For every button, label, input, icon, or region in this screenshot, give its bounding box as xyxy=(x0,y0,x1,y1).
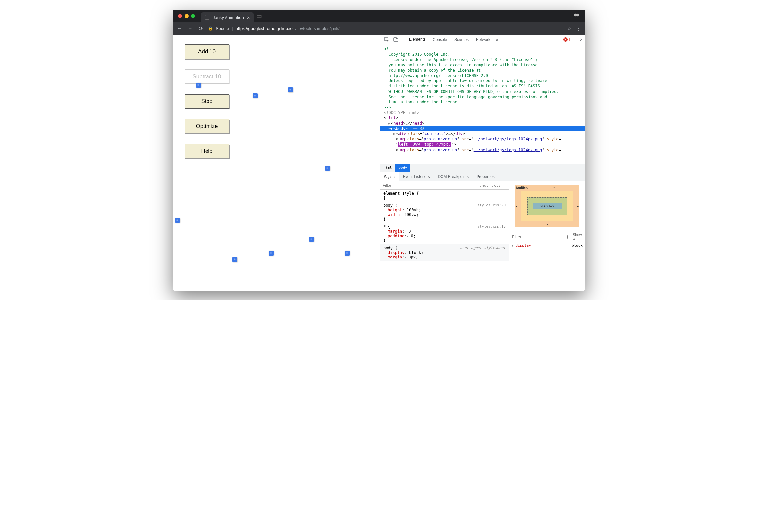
new-tab-icon[interactable]: ▭ xyxy=(256,13,262,19)
dom-comment: <!-- xyxy=(380,47,585,52)
hov-toggle[interactable]: :hov xyxy=(479,183,489,188)
device-toolbar-icon[interactable] xyxy=(392,35,400,44)
tab-close-button[interactable]: × xyxy=(247,15,250,20)
computed-filter-row: Show all xyxy=(509,231,585,242)
bookmark-star-icon[interactable]: ☆ xyxy=(567,25,571,32)
lock-icon: 🔒 xyxy=(208,26,213,31)
mover-icon xyxy=(175,218,180,223)
computed-list[interactable]: ▶ display block xyxy=(509,242,585,249)
subtab-event-listeners[interactable]: Event Listeners xyxy=(399,172,434,181)
mover-icon xyxy=(309,237,314,242)
content-area: Add 10 Subtract 10 Stop Optimize Help xyxy=(173,35,585,290)
styles-filter-input[interactable] xyxy=(383,183,476,188)
devtools-close-icon[interactable]: × xyxy=(580,37,583,42)
body-tag-selected[interactable]: ⋯▼<body> == $0 xyxy=(380,126,585,131)
rule-body[interactable]: styles.css:20 body { height: 100vh; widt… xyxy=(380,202,509,223)
secure-label: Secure xyxy=(216,26,229,31)
subtab-styles[interactable]: Styles xyxy=(380,172,399,181)
inspect-element-icon[interactable] xyxy=(383,35,391,44)
elements-dom-tree[interactable]: <!-- Copyright 2016 Google Inc. Licensed… xyxy=(380,45,585,172)
mover-icon xyxy=(288,87,293,92)
img-element[interactable]: <img class="proto mover up" src="../netw… xyxy=(380,147,585,152)
mover-icon xyxy=(345,250,350,255)
doctype: <!DOCTYPE html> xyxy=(380,110,585,115)
show-all-checkbox[interactable]: Show all xyxy=(567,233,583,241)
minimize-window-button[interactable] xyxy=(185,14,189,18)
rule-ua-body[interactable]: user agent stylesheet body { display: bl… xyxy=(380,245,509,261)
back-button[interactable]: ← xyxy=(177,25,183,31)
url-host: https://googlechrome.github.io xyxy=(236,26,293,31)
rule-source-link[interactable]: styles.css:20 xyxy=(477,203,506,208)
styles-filter-row: :hov .cls + xyxy=(380,181,509,190)
url-field[interactable]: 🔒 Secure | https://googlechrome.github.i… xyxy=(208,26,562,31)
dom-breadcrumb: html body xyxy=(380,164,585,172)
tab-console[interactable]: Console xyxy=(430,35,450,45)
tab-sources[interactable]: Sources xyxy=(451,35,472,45)
mover-icon xyxy=(232,257,237,262)
cls-toggle[interactable]: .cls xyxy=(491,183,501,188)
subtab-properties[interactable]: Properties xyxy=(473,172,499,181)
controls-panel: Add 10 Subtract 10 Stop Optimize Help xyxy=(185,45,229,158)
breadcrumb-html[interactable]: html xyxy=(380,164,396,172)
styles-tabbar: Styles Event Listeners DOM Breakpoints P… xyxy=(380,172,585,181)
rule-source-link[interactable]: styles.css:15 xyxy=(477,224,506,229)
html-tag[interactable]: <html> xyxy=(380,115,585,120)
mover-icon xyxy=(325,166,330,171)
add-button[interactable]: Add 10 xyxy=(185,45,229,59)
styles-column: :hov .cls + element.style { } styles.css… xyxy=(380,181,509,290)
computed-filter-input[interactable] xyxy=(512,234,567,239)
devtools-panel: Elements Console Sources Network » ✕1 ⋮ … xyxy=(380,35,585,290)
tab-network[interactable]: Network xyxy=(473,35,494,45)
tab-title: Janky Animation xyxy=(213,15,244,20)
forward-button[interactable]: → xyxy=(187,25,193,31)
close-window-button[interactable] xyxy=(178,14,182,18)
incognito-icon xyxy=(573,13,580,19)
devtools-menu-icon[interactable]: ⋮ xyxy=(573,37,577,42)
box-model-diagram[interactable]: margin - - - - border - - - - xyxy=(509,181,585,231)
help-button[interactable]: Help xyxy=(185,144,229,158)
more-tabs-icon[interactable]: » xyxy=(494,37,500,42)
rule-element-style[interactable]: element.style { } xyxy=(380,190,509,202)
url-path: /devtools-samples/jank/ xyxy=(295,26,340,31)
error-count[interactable]: ✕1 xyxy=(563,37,571,42)
browser-tab[interactable]: Janky Animation × xyxy=(201,13,254,22)
lower-pane: :hov .cls + element.style { } styles.css… xyxy=(380,181,585,290)
window-titlebar: Janky Animation × ▭ xyxy=(173,10,585,22)
page-viewport: Add 10 Subtract 10 Stop Optimize Help xyxy=(173,35,380,290)
rule-star[interactable]: styles.css:15 * { margin:▸ 0; padding:▸ … xyxy=(380,223,509,245)
new-style-rule-icon[interactable]: + xyxy=(503,183,506,188)
div-controls[interactable]: ▶<div class="controls">…</div> xyxy=(380,131,585,136)
computed-column: margin - - - - border - - - - xyxy=(509,181,585,290)
maximize-window-button[interactable] xyxy=(191,14,195,18)
computed-row[interactable]: ▶ display block xyxy=(512,244,583,248)
devtools-toolbar: Elements Console Sources Network » ✕1 ⋮ … xyxy=(380,35,585,45)
svg-rect-2 xyxy=(396,39,398,42)
browser-window: Janky Animation × ▭ ← → ⟳ 🔒 Secure | htt… xyxy=(173,10,585,290)
box-model-dimensions: 514 × 627 xyxy=(540,205,555,208)
img-element[interactable]: <img class="proto mover up" src="../netw… xyxy=(380,136,585,142)
tab-elements[interactable]: Elements xyxy=(406,35,429,45)
head-tag[interactable]: ▶<head>…</head> xyxy=(380,121,585,126)
stop-button[interactable]: Stop xyxy=(185,94,229,109)
address-bar: ← → ⟳ 🔒 Secure | https://googlechrome.gi… xyxy=(173,22,585,35)
browser-menu-button[interactable]: ⋮ xyxy=(576,25,581,32)
reload-button[interactable]: ⟳ xyxy=(198,25,204,32)
subtab-dom-breakpoints[interactable]: DOM Breakpoints xyxy=(434,172,473,181)
optimize-button[interactable]: Optimize xyxy=(185,119,229,133)
traffic-lights xyxy=(178,14,195,18)
file-icon xyxy=(205,15,209,19)
ua-stylesheet-label: user agent stylesheet xyxy=(460,246,506,250)
breadcrumb-body[interactable]: body xyxy=(396,164,411,172)
mover-icon xyxy=(196,83,201,88)
mover-icon xyxy=(253,93,258,98)
subtract-button[interactable]: Subtract 10 xyxy=(185,69,229,84)
mover-icon xyxy=(269,250,274,255)
